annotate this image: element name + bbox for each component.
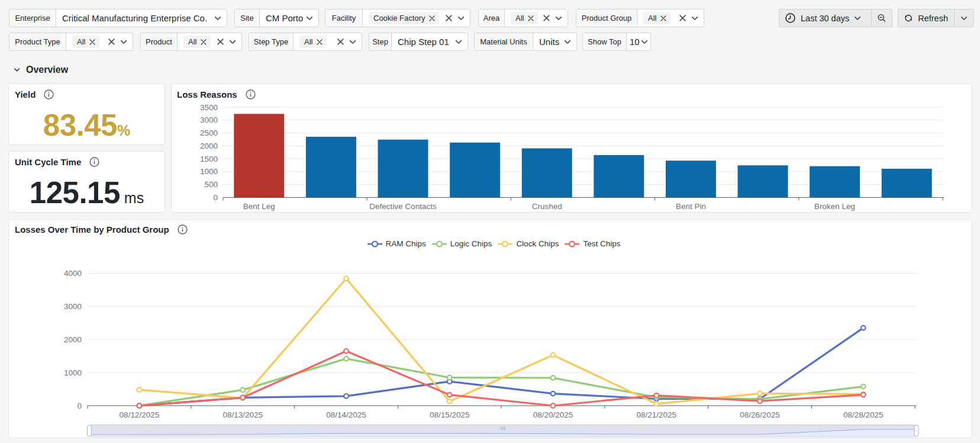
svg-text:Crushed: Crushed (532, 202, 562, 211)
svg-text:1000: 1000 (200, 167, 218, 176)
svg-text:3000: 3000 (200, 115, 218, 124)
svg-text:1000: 1000 (64, 368, 82, 377)
svg-text:4000: 4000 (64, 269, 82, 278)
svg-text:Broken Leg: Broken Leg (814, 202, 855, 211)
svg-text:Bent Leg: Bent Leg (243, 202, 275, 211)
svg-text:2000: 2000 (64, 335, 82, 344)
svg-text:1500: 1500 (200, 155, 218, 163)
svg-text:0: 0 (77, 402, 82, 410)
svg-text:08/13/2025: 08/13/2025 (223, 410, 263, 419)
svg-text:08/21/2025: 08/21/2025 (637, 410, 677, 419)
svg-text:2500: 2500 (200, 129, 218, 137)
svg-text:0: 0 (213, 193, 218, 202)
svg-text:2000: 2000 (200, 142, 218, 150)
svg-text:08/28/2025: 08/28/2025 (843, 410, 884, 419)
svg-text:08/26/2025: 08/26/2025 (740, 410, 780, 419)
svg-text:08/12/2025: 08/12/2025 (120, 410, 160, 419)
svg-text:500: 500 (204, 180, 218, 189)
svg-text:Defective Contacts: Defective Contacts (369, 202, 437, 211)
svg-text:08/15/2025: 08/15/2025 (430, 410, 470, 419)
svg-text:3000: 3000 (64, 302, 82, 311)
svg-text:08/14/2025: 08/14/2025 (326, 410, 366, 419)
svg-text:Bent Pin: Bent Pin (676, 202, 706, 211)
svg-text:08/20/2025: 08/20/2025 (533, 410, 573, 419)
svg-text:3500: 3500 (200, 103, 218, 112)
